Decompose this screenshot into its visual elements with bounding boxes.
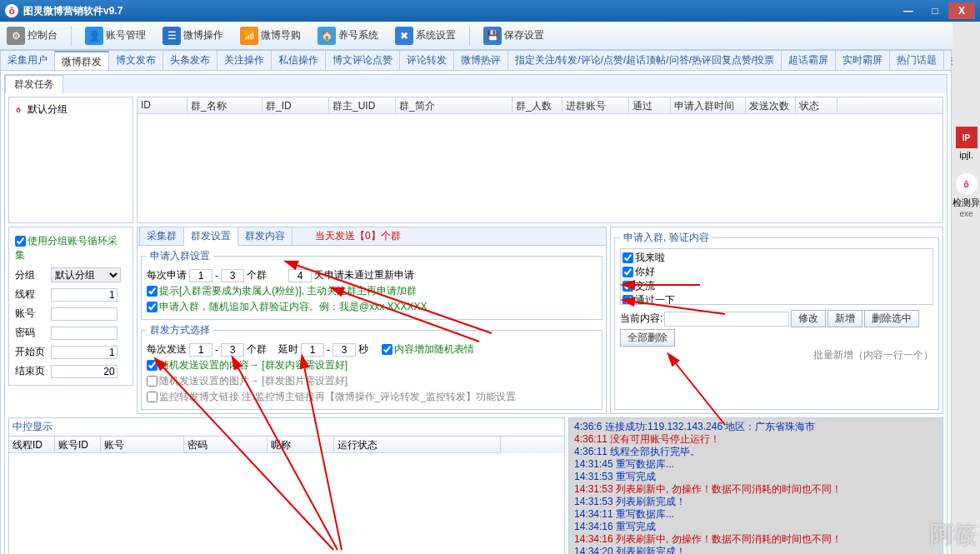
toolbar-save-settings[interactable]: 💾保存设置: [480, 25, 548, 47]
today-sent-label: 当天发送【0】个群: [308, 227, 408, 245]
toolbar-weibo-import[interactable]: 📶微博导购: [237, 25, 304, 47]
verify-legend: 申请入群, 验证内容: [620, 231, 712, 245]
gear-icon: ⚙: [7, 27, 25, 45]
delay-from-input[interactable]: [301, 343, 324, 357]
grid-col-0[interactable]: ID: [138, 97, 188, 113]
sec-tab-12[interactable]: 热门话题: [890, 51, 944, 70]
app-title: 图灵微博营销软件v9.7: [23, 4, 122, 18]
grid-col-5[interactable]: 群_人数: [512, 97, 562, 113]
sec-tab-8[interactable]: 微博热评: [454, 51, 508, 70]
seconds-label: 秒: [358, 342, 368, 357]
thread-input[interactable]: [51, 288, 118, 302]
password-input[interactable]: [51, 327, 118, 340]
toolbar-yanghao[interactable]: 🏠养号系统: [314, 25, 382, 47]
group-grid[interactable]: ID群_名称群_ID群主_UID群_简介群_人数进群账号通过申请入群时间发送次数…: [137, 97, 943, 223]
log-line: 14:34:16 列表刷新中, 勿操作！数据不同消耗的时间也不同！: [574, 533, 938, 546]
ip-icon[interactable]: IP: [956, 127, 978, 148]
send-each-label: 每次发送: [147, 342, 187, 357]
ctrl-col-4[interactable]: 昵称: [268, 437, 334, 453]
verify-item-0[interactable]: 我来啦: [622, 251, 931, 265]
grid-col-8[interactable]: 申请入群时间: [671, 97, 746, 113]
toolbar-sys-settings[interactable]: ✖系统设置: [392, 25, 459, 47]
maximize-button[interactable]: □: [922, 2, 948, 19]
toolbar-console[interactable]: ⚙控制台: [3, 25, 61, 47]
endpage-input[interactable]: [51, 365, 118, 378]
chk-follow-owner[interactable]: 提示[入群需要成为隶属人(粉丝)], 主动关注群主再申请加群: [147, 284, 417, 298]
verify-item-list[interactable]: 我来啦你好交流通过一下: [620, 248, 933, 305]
account-input[interactable]: [51, 307, 118, 321]
save-icon: 💾: [483, 27, 502, 45]
thread-label: 线程: [14, 286, 48, 303]
sec-tab-10[interactable]: 超话霸屏: [782, 51, 836, 70]
group-tree[interactable]: ō 默认分组: [8, 97, 133, 223]
ctrl-col-3[interactable]: 密码: [184, 437, 268, 453]
verify-item-2[interactable]: 交流: [622, 279, 931, 293]
sec-tab-1[interactable]: 微博群发: [55, 51, 109, 70]
verify-item-1[interactable]: 你好: [622, 265, 931, 279]
grid-col-9[interactable]: 发送次数: [746, 97, 796, 113]
apply-groups-label: 个群: [247, 268, 267, 282]
current-content-input[interactable]: [664, 312, 789, 327]
send-method-fieldset: 群发方式选择 每次发送 - 个群 延时 -: [141, 323, 602, 410]
grid-col-3[interactable]: 群主_UID: [329, 97, 396, 113]
close-button[interactable]: X: [948, 2, 975, 19]
verify-item-3[interactable]: 通过一下: [622, 293, 931, 305]
sec-tab-4[interactable]: 关注操作: [218, 51, 272, 70]
log-line: 14:31:53 重写完成: [574, 471, 938, 483]
use-group-loop[interactable]: 使用分组账号循环采集: [15, 235, 118, 261]
grid-col-1[interactable]: 群_名称: [188, 97, 262, 113]
apply-to-input[interactable]: [221, 269, 244, 282]
edit-button[interactable]: 修改: [791, 310, 826, 327]
ctrl-col-5[interactable]: 运行状态: [334, 437, 501, 453]
ctrl-col-1[interactable]: 账号ID: [55, 437, 101, 453]
task-tab[interactable]: 群发任务: [5, 75, 63, 93]
log-line: 14:34:20 列表刷新完成！: [574, 546, 938, 554]
startpage-label: 开始页: [14, 343, 48, 361]
startpage-input[interactable]: [51, 346, 118, 359]
grid-col-10[interactable]: 状态: [796, 97, 838, 113]
send-to-input[interactable]: [221, 343, 244, 357]
grid-col-2[interactable]: 群_ID: [262, 97, 329, 113]
sec-tab-2[interactable]: 博文发布: [109, 51, 163, 70]
exe-label: exe: [952, 209, 980, 218]
group-select[interactable]: 默认分组: [51, 267, 121, 282]
add-button[interactable]: 新增: [828, 310, 862, 327]
apply-from-input[interactable]: [189, 269, 212, 282]
mid-tab-0[interactable]: 采集群: [139, 227, 184, 246]
mid-tab-2[interactable]: 群发内容: [238, 227, 292, 246]
sec-tab-7[interactable]: 评论转发: [400, 51, 454, 70]
chk-monitor-repost[interactable]: 监控转发博文链接 注:监控博主链接再【微博操作_评论转发_监控转发】功能设置: [147, 390, 516, 404]
apply-legend: 申请入群设置: [147, 249, 213, 263]
mid-tab-1[interactable]: 群发设置: [183, 227, 238, 246]
ctrl-col-2[interactable]: 账号: [101, 437, 184, 453]
log-line: 14:31:45 重写数据库...: [574, 458, 938, 471]
apply-days-input[interactable]: [288, 269, 312, 282]
chk-random-content[interactable]: 随机发送设置的内容→ [群发内容需设置好]: [147, 358, 348, 372]
toolbar-account-mgr[interactable]: 👤账号管理: [82, 25, 149, 47]
ctrl-col-0[interactable]: 线程ID: [9, 437, 55, 453]
delay-to-input[interactable]: [332, 343, 356, 357]
tree-group[interactable]: 默认分组: [28, 102, 68, 117]
delay-label: 延时: [278, 342, 298, 357]
ctrl-grid-body[interactable]: [9, 453, 564, 554]
grid-col-7[interactable]: 通过: [629, 97, 671, 113]
sec-tab-5[interactable]: 私信操作: [272, 51, 326, 70]
sec-tab-9[interactable]: 指定关注/转发/评论/点赞/超话顶帖/问答/热评回复点赞/投票: [508, 51, 782, 70]
log-panel[interactable]: 4:36:6 连接成功:119.132.143.246 地区：广东省珠海市4:3…: [568, 417, 943, 554]
sec-tab-3[interactable]: 头条发布: [163, 51, 218, 70]
toolbar-weibo-ops[interactable]: ☰微博操作: [159, 25, 227, 47]
weibo-detect-label: 检测异: [952, 197, 980, 209]
sec-tab-11[interactable]: 实时霸屏: [836, 51, 890, 70]
weibo-detect-icon[interactable]: ō: [956, 173, 978, 195]
send-from-input[interactable]: [189, 343, 212, 357]
delete-all-button[interactable]: 全部删除: [620, 329, 675, 347]
sec-tab-0[interactable]: 采集用户: [1, 51, 55, 70]
sec-tab-6[interactable]: 博文评论点赞: [326, 51, 400, 70]
chk-random-emoji[interactable]: 内容增加随机表情: [382, 342, 474, 357]
chk-random-image[interactable]: 随机发送设置的图片→ [群发图片需设置好]: [147, 374, 348, 388]
chk-random-verify[interactable]: 申请入群，随机追加入群验证内容。例：我是@xxx XXXXXX: [147, 300, 428, 314]
grid-col-6[interactable]: 进群账号: [562, 97, 629, 113]
grid-col-4[interactable]: 群_简介: [396, 97, 512, 113]
minimize-button[interactable]: —: [895, 2, 922, 19]
delete-selected-button[interactable]: 删除选中: [864, 310, 919, 327]
